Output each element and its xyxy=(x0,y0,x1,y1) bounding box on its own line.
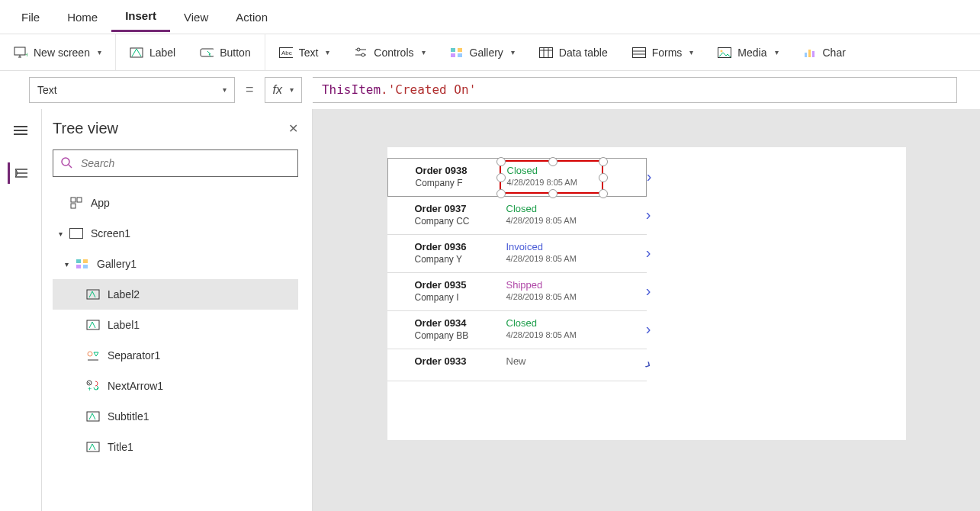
property-selector[interactable]: Text ▾ xyxy=(29,77,235,103)
svg-line-48 xyxy=(92,322,95,328)
new-screen-button[interactable]: + New screen ▾ xyxy=(11,43,104,62)
svg-rect-43 xyxy=(87,290,99,299)
svg-rect-38 xyxy=(70,229,83,239)
fx-button[interactable]: fx▾ xyxy=(265,77,302,103)
item-status: Invoiced xyxy=(506,241,606,252)
chart-button[interactable]: Char xyxy=(800,43,849,62)
media-icon xyxy=(718,47,731,59)
label-button[interactable]: Label xyxy=(127,43,178,62)
item-subtitle: Company I xyxy=(415,292,506,303)
gallery-item[interactable]: Order 0935Company IShipped4/28/2019 8:05… xyxy=(387,273,647,311)
gallery-item[interactable]: Order 0937Company CCClosed4/28/2019 8:05… xyxy=(387,197,647,235)
item-status: Closed xyxy=(506,203,606,214)
svg-rect-0 xyxy=(14,47,25,55)
gallery-control[interactable]: Order 0938Company FClosed4/28/2019 8:05 … xyxy=(387,147,906,381)
tree-item-separator1[interactable]: Separator1 xyxy=(53,340,298,371)
menu-view[interactable]: View xyxy=(170,3,222,31)
svg-rect-57 xyxy=(87,442,99,452)
equals-sign: = xyxy=(246,82,254,98)
hamburger-button[interactable] xyxy=(8,120,33,141)
chevron-right-icon[interactable]: › xyxy=(646,206,651,223)
svg-rect-7 xyxy=(201,49,214,56)
svg-line-56 xyxy=(92,413,95,419)
close-icon[interactable]: ✕ xyxy=(288,121,298,136)
media-button[interactable]: Media ▾ xyxy=(715,43,781,62)
tree-item-subtitle1[interactable]: Subtitle1 xyxy=(53,401,298,432)
canvas[interactable]: Order 0938Company FClosed4/28/2019 8:05 … xyxy=(313,109,980,511)
gallery-item[interactable]: Order 0936Company YInvoiced4/28/2019 8:0… xyxy=(387,235,647,273)
expander-icon[interactable]: ▾ xyxy=(62,260,71,268)
svg-line-52 xyxy=(88,382,90,384)
tree-search[interactable] xyxy=(53,149,298,177)
chevron-right-icon[interactable]: › xyxy=(646,320,651,338)
item-title: Order 0933 xyxy=(415,355,506,367)
tree-item-title1[interactable]: Title1 xyxy=(53,432,298,462)
tree-item-label2[interactable]: Label2 xyxy=(53,279,298,310)
resize-handle[interactable] xyxy=(548,157,557,166)
tree-view-button[interactable] xyxy=(8,162,32,184)
chevron-right-icon[interactable]: › xyxy=(642,355,655,373)
chevron-right-icon[interactable]: › xyxy=(646,282,651,300)
label-icon xyxy=(85,410,101,423)
svg-line-58 xyxy=(89,444,92,450)
button-icon xyxy=(200,47,214,59)
gallery-item[interactable]: Order 0938Company FClosed4/28/2019 8:05 … xyxy=(387,158,647,197)
formula-input[interactable]: ThisItem.'Created On' xyxy=(313,77,957,103)
svg-line-44 xyxy=(89,291,92,297)
menu-action[interactable]: Action xyxy=(222,3,281,31)
svg-rect-15 xyxy=(458,48,462,52)
resize-handle[interactable] xyxy=(599,173,608,182)
svg-line-6 xyxy=(137,49,141,56)
resize-handle[interactable] xyxy=(599,157,608,166)
gallery-button[interactable]: Gallery ▾ xyxy=(447,43,518,62)
gallery-item[interactable]: Order 0933New› xyxy=(387,349,647,381)
search-icon xyxy=(61,157,73,169)
search-input[interactable] xyxy=(81,157,290,169)
chevron-right-icon[interactable]: › xyxy=(647,168,652,185)
svg-rect-35 xyxy=(71,198,76,202)
menu-insert[interactable]: Insert xyxy=(111,2,170,32)
menu-file[interactable]: File xyxy=(8,3,53,31)
svg-rect-14 xyxy=(451,48,455,52)
svg-point-33 xyxy=(62,158,69,166)
device-preview[interactable]: Order 0938Company FClosed4/28/2019 8:05 … xyxy=(387,147,906,440)
svg-text:Abc: Abc xyxy=(281,50,292,56)
gallery-item[interactable]: Order 0934Company BBClosed4/28/2019 8:05… xyxy=(387,311,647,349)
tree-item-screen1[interactable]: ▾ Screen1 xyxy=(53,218,298,249)
tree-item-nextarrow1[interactable]: + NextArrow1 xyxy=(53,371,298,401)
menu-home[interactable]: Home xyxy=(53,3,111,31)
button-button[interactable]: Button xyxy=(197,43,253,62)
expander-icon[interactable]: ▾ xyxy=(56,230,65,238)
tree-item-app[interactable]: App xyxy=(53,188,298,218)
text-icon: Abc xyxy=(279,47,293,59)
svg-point-49 xyxy=(88,352,92,356)
formula-bar: Text ▾ = fx▾ ThisItem.'Created On' xyxy=(0,71,980,109)
item-subtitle: Company BB xyxy=(415,330,506,341)
chevron-right-icon[interactable]: › xyxy=(646,244,651,262)
svg-rect-41 xyxy=(76,265,81,268)
tree-item-gallery1[interactable]: ▾ Gallery1 xyxy=(53,249,298,279)
gallery-icon xyxy=(74,259,91,269)
resize-handle[interactable] xyxy=(496,157,506,166)
chevron-down-icon: ▾ xyxy=(290,85,294,94)
selection-outline[interactable] xyxy=(500,160,603,194)
tree-item-label1[interactable]: Label1 xyxy=(53,310,298,340)
svg-line-5 xyxy=(132,49,137,56)
forms-button[interactable]: Forms ▾ xyxy=(629,43,697,62)
item-subtitle: Company F xyxy=(416,178,507,188)
item-title: Order 0937 xyxy=(415,203,506,214)
item-title: Order 0936 xyxy=(415,241,506,252)
controls-button[interactable]: Controls ▾ xyxy=(351,43,428,62)
chevron-down-icon: ▾ xyxy=(326,48,329,56)
svg-line-55 xyxy=(89,413,92,419)
svg-line-45 xyxy=(92,291,95,297)
text-button[interactable]: Abc Text ▾ xyxy=(276,43,333,62)
app-icon xyxy=(68,197,85,209)
item-title: Order 0938 xyxy=(416,165,507,176)
label-icon xyxy=(130,47,143,59)
left-rail xyxy=(0,109,42,511)
item-date: 4/28/2019 8:05 AM xyxy=(506,254,606,263)
chevron-down-icon: ▾ xyxy=(223,85,227,94)
resize-handle[interactable] xyxy=(496,173,506,182)
data-table-button[interactable]: Data table xyxy=(536,43,611,62)
